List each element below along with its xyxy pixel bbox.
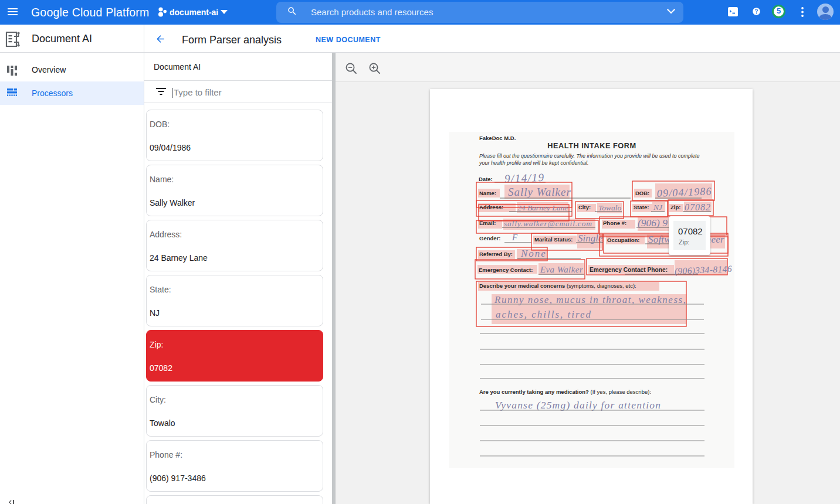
- svg-text:Sally Walker: Sally Walker: [508, 186, 571, 198]
- svg-text:NJ: NJ: [653, 203, 663, 212]
- svg-text:City:: City:: [578, 204, 591, 210]
- svg-text:Occupation:: Occupation:: [607, 237, 639, 243]
- svg-text:09/04/1986: 09/04/1986: [656, 185, 712, 199]
- svg-text:(906) 9: (906) 9: [638, 217, 668, 229]
- svg-text:None: None: [520, 248, 547, 259]
- svg-text:DOB:: DOB:: [635, 190, 649, 196]
- svg-text:Runny nose, mucus in throat, w: Runny nose, mucus in throat, weakness,: [494, 294, 686, 305]
- svg-text:24 Barney Lane: 24 Barney Lane: [517, 203, 568, 212]
- svg-text:F: F: [512, 233, 518, 242]
- svg-text:Phone #:: Phone #:: [603, 220, 626, 226]
- svg-text:sally.walker@cmail.com: sally.walker@cmail.com: [504, 219, 592, 228]
- svg-text:9/14/19: 9/14/19: [504, 171, 545, 185]
- svg-text:Are you currently taking any m: Are you currently taking any medication?…: [479, 389, 651, 395]
- svg-text:HEALTH INTAKE FORM: HEALTH INTAKE FORM: [547, 141, 636, 150]
- svg-text:Date:: Date:: [479, 176, 493, 182]
- svg-text:Emergency Contact Phone:: Emergency Contact Phone:: [590, 267, 668, 273]
- svg-text:Gender:: Gender:: [479, 235, 500, 241]
- svg-text:aches, chills, tired: aches, chills, tired: [496, 309, 592, 320]
- svg-text:your health profile and will b: your health profile and will be kept con…: [479, 160, 589, 166]
- svg-text:State:: State:: [634, 204, 649, 210]
- svg-text:Zip:: Zip:: [670, 204, 680, 210]
- svg-text:07082: 07082: [685, 202, 711, 212]
- svg-text:Referred By:: Referred By:: [479, 251, 513, 257]
- svg-text:Emergency Contact:: Emergency Contact:: [479, 267, 533, 273]
- svg-text:Email:: Email:: [479, 220, 496, 226]
- svg-text:Name:: Name:: [479, 190, 496, 196]
- svg-text:Towalo: Towalo: [598, 203, 622, 212]
- svg-text:Address:: Address:: [479, 204, 503, 210]
- svg-text:Marital Status:: Marital Status:: [534, 236, 573, 243]
- svg-text:Please fill out the questionna: Please fill out the questionnaire carefu…: [479, 153, 700, 159]
- svg-text:Vyvanse (25mg) daily for atten: Vyvanse (25mg) daily for attention: [495, 399, 661, 411]
- svg-text:Describe your medical concerns: Describe your medical concerns (symptoms…: [479, 282, 636, 289]
- svg-text:FakeDoc M.D.: FakeDoc M.D.: [479, 135, 516, 141]
- svg-text:Eva Walker: Eva Walker: [540, 265, 583, 274]
